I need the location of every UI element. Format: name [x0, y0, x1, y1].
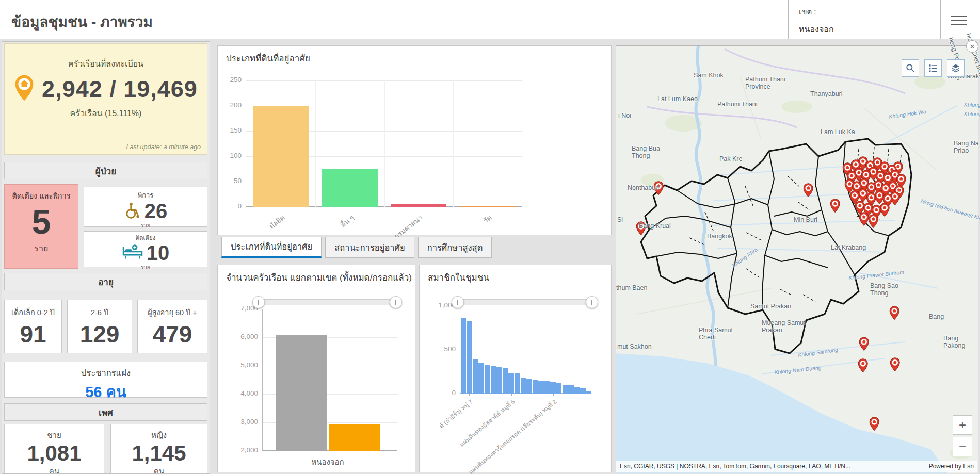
axis-tick-label: 5,000	[232, 361, 258, 369]
female-value: 1,145	[111, 442, 207, 465]
chart-bar[interactable]	[574, 387, 580, 394]
members-chart-title: สมาชิกในชุมชน	[428, 270, 489, 284]
registered-households-card: ครัวเรือนที่ลงทะเบียน 2,942 / 19,469 ครั…	[4, 43, 207, 155]
search-icon	[906, 63, 915, 73]
last-update: Last update: a minute ago	[126, 143, 201, 151]
male-card: ชาย 1,081 คน	[4, 424, 104, 474]
zoom-in-button[interactable]: +	[953, 415, 972, 435]
chart-bar[interactable]	[538, 381, 543, 394]
chart-bar[interactable]	[478, 363, 484, 394]
disabled-label: พิการ	[84, 190, 207, 201]
chart-bar[interactable]	[515, 373, 520, 394]
layers-icon	[951, 63, 960, 73]
bedridden-disabled-label: ติดเตียง และพิการ	[5, 190, 78, 202]
axis-tick	[419, 207, 419, 209]
range-slider-handle[interactable]	[252, 296, 265, 308]
section-patients: ผู้ป่วย	[4, 162, 207, 179]
layers-button[interactable]	[947, 59, 965, 77]
age-60plus-card: ผู้สูงอายุ 60 ปี + 479	[137, 300, 207, 353]
menu-icon[interactable]	[951, 13, 967, 26]
page-title: ข้อมูลชุมชน - ภาพรวม	[11, 10, 153, 33]
land-type-chart-title: ประเภทที่ดินที่อยู่อาศัย	[226, 51, 310, 65]
chart-bar[interactable]	[467, 321, 472, 394]
members-plot	[460, 306, 591, 394]
district-label: เขต :	[799, 6, 940, 18]
axis-tick-label: 100	[220, 152, 242, 159]
gridline	[263, 309, 398, 309]
chart-bar[interactable]	[556, 383, 561, 394]
range-slider-track[interactable]	[259, 299, 396, 305]
land-type-plot	[246, 80, 522, 207]
age-2-6-value: 129	[68, 320, 132, 348]
age-2-6-label: 2-6 ปี	[68, 306, 132, 318]
range-slider-handle[interactable]	[390, 296, 402, 308]
chart-bar[interactable]	[503, 368, 508, 394]
registered-label: ครัวเรือนที่ลงทะเบียน	[5, 57, 207, 70]
axis-tick-label: 0	[432, 389, 456, 397]
map[interactable]: Sam KhokPathum Thani ProvincePathum Than…	[616, 45, 978, 472]
zoom-out-button[interactable]: −	[953, 437, 972, 456]
axis-tick-label: หนองจอก	[276, 456, 379, 468]
tab-residence-status[interactable]: สถานะการอยู่อาศัย	[325, 237, 414, 258]
range-slider-handle[interactable]	[452, 296, 464, 308]
axis-tick-label: 0	[220, 202, 242, 210]
disabled-unit: ราย	[84, 221, 207, 230]
chart-bar[interactable]	[276, 335, 327, 451]
land-type-chart-panel: ประเภทที่ดินที่อยู่อาศัย 050100150200250…	[217, 45, 612, 235]
powered-by-esri: Powered by Esri	[929, 463, 974, 470]
chart-bar[interactable]	[491, 366, 496, 394]
tab-highest-education[interactable]: การศึกษาสูงสุด	[418, 237, 492, 258]
axis-tick	[511, 394, 512, 396]
map-expand-button[interactable]: ✕	[966, 40, 978, 53]
chart-bar[interactable]	[568, 385, 573, 394]
chart-bar[interactable]	[322, 169, 378, 207]
home-pin-icon	[14, 74, 35, 104]
chart-bar[interactable]	[563, 385, 568, 394]
range-slider-handle[interactable]	[586, 296, 598, 308]
chart-bar[interactable]	[544, 381, 550, 394]
chart-bar[interactable]	[253, 106, 309, 207]
chart-bar[interactable]	[586, 391, 591, 394]
chart-bar[interactable]	[533, 380, 538, 394]
chart-bar[interactable]	[508, 373, 513, 394]
age-60plus-value: 479	[138, 320, 207, 348]
chart-bar[interactable]	[485, 365, 490, 394]
registered-sub: ครัวเรือน (15.111%)	[5, 107, 207, 120]
chart-bar[interactable]	[580, 388, 585, 394]
bedridden-disabled-card: ติดเตียง และพิการ 5 ราย	[4, 184, 78, 269]
households-by-district-chart-panel: จำนวนครัวเรือน แยกตามเขต (ทั้งหมด/กรอกแล…	[217, 265, 415, 472]
axis-tick-label: 500	[432, 345, 456, 353]
search-button[interactable]	[902, 59, 919, 77]
age-60plus-label: ผู้สูงอายุ 60 ปี +	[138, 306, 207, 318]
tab-land-type[interactable]: ประเภทที่ดินที่อยู่อาศัย	[221, 237, 322, 258]
male-label: ชาย	[5, 429, 104, 442]
chart-bar[interactable]	[526, 379, 532, 394]
age-0-2-label: เด็กเล็ก 0-2 ปี	[5, 306, 61, 318]
age-0-2-value: 91	[5, 320, 61, 348]
hidden-population-card: ประชากรแฝง 56 คน	[4, 362, 207, 398]
gridline	[460, 306, 592, 306]
chart-bar[interactable]	[461, 318, 466, 394]
chart-bar[interactable]	[496, 367, 502, 394]
chart-bar[interactable]	[521, 378, 526, 394]
axis-tick-label: 250	[220, 76, 242, 84]
chart-bar[interactable]	[329, 424, 380, 451]
bedridden-value: 10	[147, 241, 170, 265]
gridline	[460, 350, 592, 350]
axis-tick-label: 150	[220, 126, 242, 134]
axis-tick	[281, 207, 281, 209]
female-label: หญิง	[111, 429, 207, 442]
range-slider-track[interactable]	[458, 299, 592, 305]
bedridden-disabled-value: 5	[5, 202, 78, 242]
axis-tick	[328, 451, 328, 453]
legend-button[interactable]	[924, 59, 942, 77]
app-header: ข้อมูลชุมชน - ภาพรวม เขต : หนองจอก	[0, 0, 980, 39]
district-selector[interactable]: เขต : หนองจอก	[788, 0, 941, 39]
female-unit: คน	[111, 465, 207, 474]
axis-tick	[469, 394, 470, 396]
attribution-text: Esri, CGIAR, USGS | NOSTRA, Esri, TomTom…	[620, 463, 850, 470]
map-canvas[interactable]	[616, 46, 978, 473]
chart-bar[interactable]	[550, 382, 555, 394]
chart-bar[interactable]	[473, 359, 478, 394]
axis-tick-label: 200	[220, 101, 242, 109]
